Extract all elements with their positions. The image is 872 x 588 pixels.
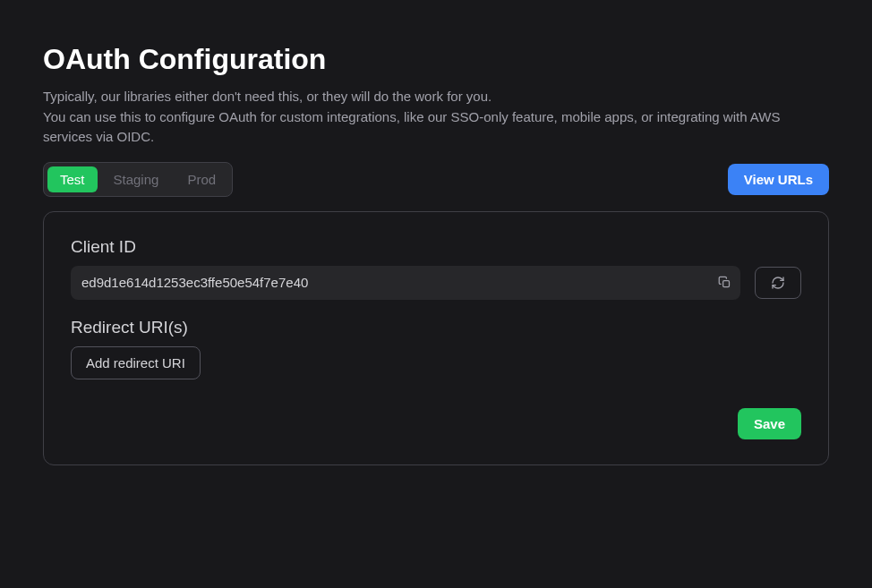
client-id-field: ed9d1e614d1253ec3ffe50e54f7e7e40	[71, 266, 740, 300]
regenerate-button[interactable]	[755, 267, 801, 299]
environment-tabs: Test Staging Prod	[43, 162, 233, 197]
description-line-1: Typically, our libraries either don't ne…	[43, 89, 492, 104]
client-id-row: ed9d1e614d1253ec3ffe50e54f7e7e40	[71, 266, 801, 300]
toolbar-row: Test Staging Prod View URLs	[43, 162, 829, 197]
refresh-icon	[771, 276, 785, 290]
tab-staging[interactable]: Staging	[101, 166, 172, 192]
redirect-uris-label: Redirect URI(s)	[71, 318, 801, 337]
client-id-value: ed9d1e614d1253ec3ffe50e54f7e7e40	[81, 275, 308, 290]
copy-icon[interactable]	[717, 276, 731, 290]
save-row: Save	[71, 408, 801, 439]
save-button[interactable]: Save	[738, 408, 801, 439]
svg-rect-0	[722, 281, 729, 287]
config-panel: Client ID ed9d1e614d1253ec3ffe50e54f7e7e…	[43, 211, 829, 465]
tab-prod[interactable]: Prod	[175, 166, 228, 192]
view-urls-button[interactable]: View URLs	[728, 164, 829, 195]
page-title: OAuth Configuration	[43, 43, 829, 76]
description-line-2: You can use this to configure OAuth for …	[43, 109, 780, 145]
client-id-label: Client ID	[71, 237, 801, 257]
add-redirect-uri-button[interactable]: Add redirect URI	[71, 346, 201, 379]
page-description: Typically, our libraries either don't ne…	[43, 87, 829, 148]
tab-test[interactable]: Test	[47, 166, 98, 192]
